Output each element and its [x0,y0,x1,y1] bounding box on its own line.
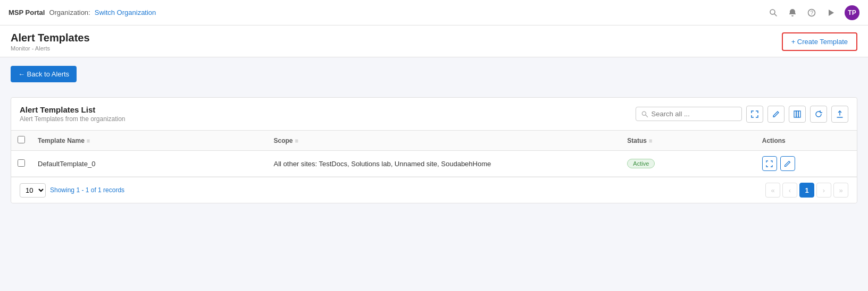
table-row: DefaultTemplate_0 All other sites: TestD… [11,151,857,177]
play-icon[interactable] [825,7,836,18]
next-page-button[interactable]: › [816,183,831,198]
row-status: Active [621,151,755,177]
table-toolbar: Alert Templates List Alert Templates fro… [11,98,857,131]
brand-label: MSP Portal [9,8,45,16]
page-header: Alert Templates Monitor - Alerts + Creat… [0,25,868,57]
expand-icon[interactable] [746,106,763,123]
svg-marker-4 [829,10,834,16]
edit-row-button[interactable] [780,156,795,171]
breadcrumb: Monitor - Alerts [11,45,90,52]
footer-left: 10 25 50 Showing 1 - 1 of 1 records [20,183,124,198]
alert-templates-table: Template Name ≡ Scope ≡ Status ≡ [11,131,857,177]
edit-icon[interactable] [767,106,784,123]
table-footer: 10 25 50 Showing 1 - 1 of 1 records « ‹ … [11,177,857,203]
header-left: Alert Templates Monitor - Alerts [11,32,90,52]
upload-icon[interactable] [831,106,848,123]
row-actions [756,151,857,177]
prev-page-button[interactable]: ‹ [782,183,797,198]
svg-rect-9 [798,111,800,117]
create-template-button[interactable]: + Create Template [782,32,857,51]
col-header-actions: Actions [756,131,857,151]
table-controls [636,106,848,123]
switch-org-link[interactable]: Switch Organization [95,8,156,16]
table-title: Alert Templates List [20,105,126,114]
search-icon [641,110,648,118]
svg-point-5 [642,112,646,115]
bell-icon[interactable] [787,7,798,18]
main-content: Alert Templates List Alert Templates fro… [0,91,868,214]
col-header-status: Status ≡ [621,131,755,151]
svg-line-6 [646,115,648,117]
sort-icon-status: ≡ [649,138,652,144]
top-nav: MSP Portal Organization: Switch Organiza… [0,0,868,25]
svg-point-0 [770,10,775,14]
table-body: DefaultTemplate_0 All other sites: TestD… [11,151,857,177]
sort-icon-scope: ≡ [295,138,298,144]
showing-info: Showing 1 - 1 of 1 records [50,186,124,194]
search-box [636,107,742,121]
svg-text:?: ? [811,10,814,16]
col-header-scope: Scope ≡ [268,131,621,151]
page-1-button[interactable]: 1 [799,183,814,198]
user-avatar[interactable]: TP [845,5,859,20]
first-page-button[interactable]: « [765,183,780,198]
columns-icon[interactable] [789,106,806,123]
select-all-header [11,131,31,151]
row-scope: All other sites: TestDocs, Solutions lab… [268,151,621,177]
table-subtitle: Alert Templates from the organization [20,115,126,123]
pagination: « ‹ 1 › » [765,183,848,198]
table-title-area: Alert Templates List Alert Templates fro… [20,105,126,123]
page-size-select[interactable]: 10 25 50 [20,183,46,198]
search-icon[interactable] [768,7,779,18]
page-title: Alert Templates [11,32,90,44]
nav-left: MSP Portal Organization: Switch Organiza… [9,8,156,16]
last-page-button[interactable]: » [833,183,848,198]
table-header-row: Template Name ≡ Scope ≡ Status ≡ [11,131,857,151]
row-checkbox-cell [11,151,31,177]
help-icon[interactable]: ? [806,7,817,18]
expand-row-button[interactable] [762,156,777,171]
svg-line-1 [775,14,777,16]
select-all-checkbox[interactable] [18,136,25,143]
search-input[interactable] [652,110,736,118]
org-label: Organization: [49,8,90,16]
sort-icon-name: ≡ [87,138,90,144]
table-card: Alert Templates List Alert Templates fro… [11,97,857,203]
row-name: DefaultTemplate_0 [31,151,268,177]
status-badge: Active [627,159,655,168]
back-to-alerts-button[interactable]: ← Back to Alerts [11,66,77,82]
nav-right: ? TP [768,5,859,20]
back-area: ← Back to Alerts [0,57,868,91]
refresh-icon[interactable] [810,106,827,123]
col-header-name: Template Name ≡ [31,131,268,151]
row-checkbox[interactable] [18,159,25,167]
